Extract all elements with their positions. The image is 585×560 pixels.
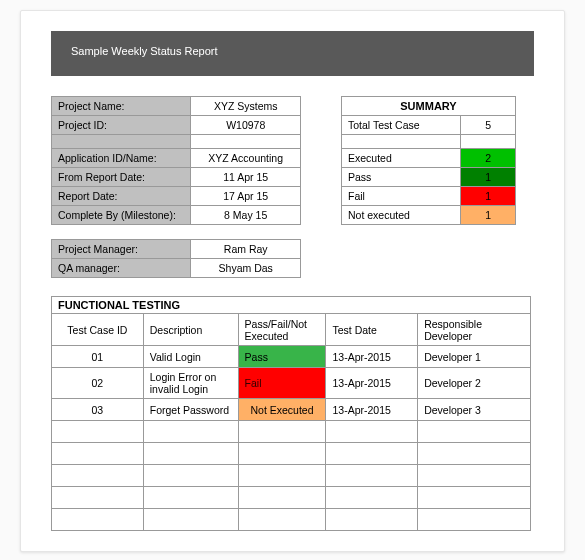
summary-gap-row bbox=[342, 135, 516, 149]
cell-result: Not Executed bbox=[238, 399, 326, 421]
label-executed: Executed bbox=[342, 149, 461, 168]
label-fail: Fail bbox=[342, 187, 461, 206]
value-from-date: 11 Apr 15 bbox=[191, 168, 301, 187]
value-fail: 1 bbox=[461, 187, 516, 206]
label-pm: Project Manager: bbox=[52, 240, 191, 259]
table-row-empty bbox=[52, 443, 531, 465]
cell-result: Pass bbox=[238, 346, 326, 368]
label-from-date: From Report Date: bbox=[52, 168, 191, 187]
table-row-empty bbox=[52, 487, 531, 509]
col-result: Pass/Fail/Not Executed bbox=[238, 314, 326, 346]
report-title-band: Sample Weekly Status Report bbox=[51, 31, 534, 76]
table-row: 03Forget PasswordNot Executed13-Apr-2015… bbox=[52, 399, 531, 421]
row-total: Total Test Case 5 bbox=[342, 116, 516, 135]
value-notexec: 1 bbox=[461, 206, 516, 225]
cell-tcid: 01 bbox=[52, 346, 144, 368]
label-complete-by: Complete By (Milestone): bbox=[52, 206, 191, 225]
functional-heading: FUNCTIONAL TESTING bbox=[51, 296, 531, 313]
value-report-date: 17 Apr 15 bbox=[191, 187, 301, 206]
report-title: Sample Weekly Status Report bbox=[71, 45, 218, 57]
value-complete-by: 8 May 15 bbox=[191, 206, 301, 225]
functional-header-row: Test Case ID Description Pass/Fail/Not E… bbox=[52, 314, 531, 346]
report-page: Sample Weekly Status Report Project Name… bbox=[20, 10, 565, 552]
row-report-date: Report Date: 17 Apr 15 bbox=[52, 187, 301, 206]
row-project-name: Project Name: XYZ Systems bbox=[52, 97, 301, 116]
col-developer: Responsible Developer bbox=[418, 314, 531, 346]
row-pm: Project Manager: Ram Ray bbox=[52, 240, 301, 259]
value-pass: 1 bbox=[461, 168, 516, 187]
cell-dev: Developer 2 bbox=[418, 368, 531, 399]
label-app-id: Application ID/Name: bbox=[52, 149, 191, 168]
cell-desc: Login Error on invalid Login bbox=[143, 368, 238, 399]
label-notexec: Not executed bbox=[342, 206, 461, 225]
label-project-name: Project Name: bbox=[52, 97, 191, 116]
table-row: 02Login Error on invalid LoginFail13-Apr… bbox=[52, 368, 531, 399]
summary-table: SUMMARY Total Test Case 5 Executed 2 Pas… bbox=[341, 96, 516, 225]
cell-desc: Forget Password bbox=[143, 399, 238, 421]
value-executed: 2 bbox=[461, 149, 516, 168]
value-project-name: XYZ Systems bbox=[191, 97, 301, 116]
row-notexec: Not executed 1 bbox=[342, 206, 516, 225]
cell-tcid: 02 bbox=[52, 368, 144, 399]
table-row-empty bbox=[52, 421, 531, 443]
cell-desc: Valid Login bbox=[143, 346, 238, 368]
cell-date: 13-Apr-2015 bbox=[326, 346, 418, 368]
row-from-date: From Report Date: 11 Apr 15 bbox=[52, 168, 301, 187]
value-app-id: XYZ Accounting bbox=[191, 149, 301, 168]
row-pass: Pass 1 bbox=[342, 168, 516, 187]
cell-dev: Developer 1 bbox=[418, 346, 531, 368]
cell-dev: Developer 3 bbox=[418, 399, 531, 421]
row-executed: Executed 2 bbox=[342, 149, 516, 168]
row-qa: QA manager: Shyam Das bbox=[52, 259, 301, 278]
row-complete-by: Complete By (Milestone): 8 May 15 bbox=[52, 206, 301, 225]
col-testdate: Test Date bbox=[326, 314, 418, 346]
row-app-id: Application ID/Name: XYZ Accounting bbox=[52, 149, 301, 168]
col-testcaseid: Test Case ID bbox=[52, 314, 144, 346]
cell-result: Fail bbox=[238, 368, 326, 399]
table-row-empty bbox=[52, 465, 531, 487]
label-pass: Pass bbox=[342, 168, 461, 187]
label-total: Total Test Case bbox=[342, 116, 461, 135]
value-total: 5 bbox=[461, 116, 516, 135]
cell-tcid: 03 bbox=[52, 399, 144, 421]
value-project-id: W10978 bbox=[191, 116, 301, 135]
project-info-table: Project Name: XYZ Systems Project ID: W1… bbox=[51, 96, 301, 225]
label-report-date: Report Date: bbox=[52, 187, 191, 206]
summary-heading: SUMMARY bbox=[342, 97, 516, 116]
managers-table: Project Manager: Ram Ray QA manager: Shy… bbox=[51, 239, 301, 278]
value-pm: Ram Ray bbox=[191, 240, 301, 259]
table-row: 01Valid LoginPass13-Apr-2015Developer 1 bbox=[52, 346, 531, 368]
row-fail: Fail 1 bbox=[342, 187, 516, 206]
row-project-id: Project ID: W10978 bbox=[52, 116, 301, 135]
cell-date: 13-Apr-2015 bbox=[326, 399, 418, 421]
cell-date: 13-Apr-2015 bbox=[326, 368, 418, 399]
info-gap-row bbox=[52, 135, 301, 149]
table-row-empty bbox=[52, 509, 531, 531]
label-qa: QA manager: bbox=[52, 259, 191, 278]
col-description: Description bbox=[143, 314, 238, 346]
functional-table: Test Case ID Description Pass/Fail/Not E… bbox=[51, 313, 531, 531]
value-qa: Shyam Das bbox=[191, 259, 301, 278]
label-project-id: Project ID: bbox=[52, 116, 191, 135]
